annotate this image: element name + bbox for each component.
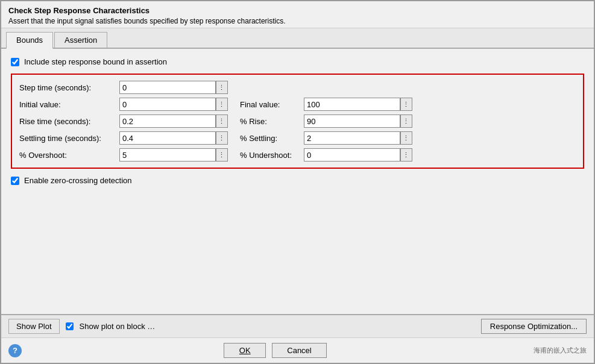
pct-overshoot-input[interactable] [119, 148, 216, 162]
rise-time-label: Rise time (seconds): [19, 117, 116, 126]
step-time-input[interactable] [119, 81, 216, 94]
final-value-input[interactable] [304, 98, 400, 111]
title-bar: Check Step Response Characteristics Asse… [1, 1, 594, 28]
tab-content: Include step response bound in assertion… [1, 49, 594, 314]
pct-settling-input[interactable] [304, 131, 400, 145]
settling-time-input[interactable] [119, 131, 216, 145]
pct-undershoot-group: % Undershoot: ⋮ [240, 148, 412, 162]
pct-overshoot-group: % Overshoot: ⋮ [19, 148, 228, 162]
settling-time-row: Settling time (seconds): ⋮ % Settling: ⋮ [19, 131, 576, 145]
show-plot-on-block-label: Show plot on block … [80, 322, 156, 331]
zero-crossing-row: Enable zero-crossing detection [11, 176, 584, 185]
bottom-buttons-bar: ? OK Cancel 海甫的嵌入式之旅 [1, 337, 594, 363]
rise-time-group: Rise time (seconds): ⋮ [19, 115, 228, 128]
initial-value-group: Initial value: ⋮ [19, 98, 228, 111]
rise-time-dots-btn[interactable]: ⋮ [216, 115, 228, 128]
tab-bounds[interactable]: Bounds [6, 32, 53, 49]
include-assertion-label: Include step response bound in assertion [24, 57, 167, 66]
rise-time-row: Rise time (seconds): ⋮ % Rise: ⋮ [19, 115, 576, 128]
cancel-button[interactable]: Cancel [272, 343, 326, 358]
step-time-row: Step time (seconds): ⋮ [19, 81, 576, 94]
step-time-label: Step time (seconds): [19, 83, 116, 92]
final-value-label: Final value: [240, 100, 300, 109]
pct-settling-label: % Settling: [240, 134, 300, 143]
step-time-input-group: ⋮ [119, 81, 228, 94]
ok-button[interactable]: OK [224, 343, 266, 358]
pct-rise-dots-btn[interactable]: ⋮ [400, 115, 412, 128]
pct-rise-group: % Rise: ⋮ [240, 115, 412, 128]
bounds-fields-box: Step time (seconds): ⋮ Initial value: ⋮ … [11, 74, 584, 169]
pct-overshoot-dots-btn[interactable]: ⋮ [216, 148, 228, 162]
overshoot-row: % Overshoot: ⋮ % Undershoot: ⋮ [19, 148, 576, 162]
pct-undershoot-input[interactable] [304, 148, 400, 162]
initial-value-label: Initial value: [19, 100, 116, 109]
final-value-dots-btn[interactable]: ⋮ [400, 98, 412, 111]
tab-assertion[interactable]: Assertion [54, 32, 107, 48]
zero-crossing-label: Enable zero-crossing detection [24, 176, 132, 185]
dialog-title: Check Step Response Characteristics [8, 6, 587, 15]
initial-value-dots-btn[interactable]: ⋮ [216, 98, 228, 111]
main-dialog: Check Step Response Characteristics Asse… [0, 0, 595, 364]
pct-undershoot-label: % Undershoot: [240, 151, 300, 160]
show-plot-on-block-checkbox[interactable] [66, 322, 74, 330]
pct-undershoot-dots-btn[interactable]: ⋮ [400, 148, 412, 162]
zero-crossing-checkbox[interactable] [11, 177, 19, 185]
ok-cancel-area: OK Cancel [22, 343, 529, 358]
rise-time-input[interactable] [119, 115, 216, 128]
help-button[interactable]: ? [8, 344, 22, 357]
final-value-group: Final value: ⋮ [240, 98, 412, 111]
include-assertion-row: Include step response bound in assertion [11, 57, 584, 66]
pct-rise-input[interactable] [304, 115, 400, 128]
initial-value-input[interactable] [119, 98, 216, 111]
pct-settling-group: % Settling: ⋮ [240, 131, 412, 145]
settling-time-label: Settling time (seconds): [19, 134, 116, 143]
pct-overshoot-label: % Overshoot: [19, 151, 116, 160]
footer-bar: Show Plot Show plot on block … Response … [1, 314, 594, 337]
settling-time-dots-btn[interactable]: ⋮ [216, 131, 228, 145]
tabs-container: Bounds Assertion [1, 28, 594, 49]
response-optimization-button[interactable]: Response Optimization... [481, 319, 587, 334]
pct-settling-dots-btn[interactable]: ⋮ [400, 131, 412, 145]
settling-time-group: Settling time (seconds): ⋮ [19, 131, 228, 145]
initial-final-row: Initial value: ⋮ Final value: ⋮ [19, 98, 576, 111]
include-assertion-checkbox[interactable] [11, 58, 19, 66]
pct-rise-label: % Rise: [240, 117, 300, 126]
watermark-text: 海甫的嵌入式之旅 [534, 346, 587, 355]
show-plot-button[interactable]: Show Plot [8, 319, 60, 334]
step-time-dots-btn[interactable]: ⋮ [216, 81, 228, 94]
dialog-subtitle: Assert that the input signal satisfies b… [8, 17, 587, 25]
